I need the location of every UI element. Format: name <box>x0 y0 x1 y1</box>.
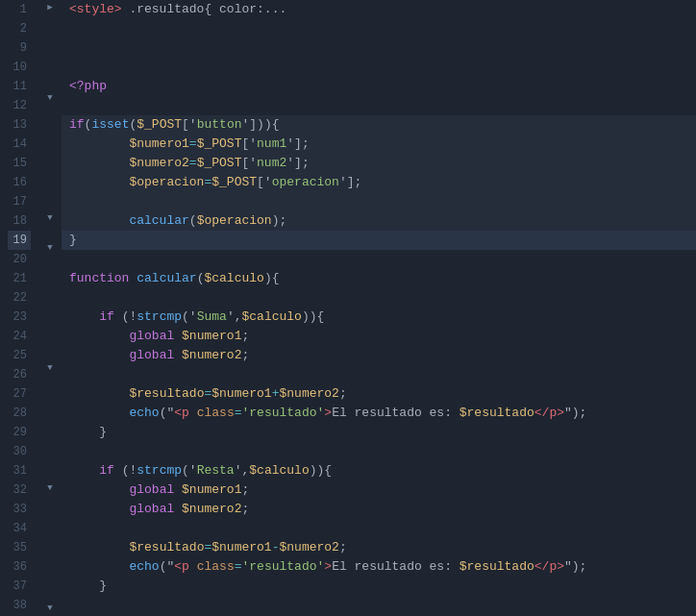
fold-arrow[interactable]: ▼ <box>38 481 62 497</box>
fold-arrow <box>38 586 62 602</box>
code-line[interactable]: <style> .resultado{ color:... <box>62 0 696 19</box>
line-number: 28 <box>8 404 31 423</box>
line-number: 38 <box>8 596 31 615</box>
fold-arrow <box>38 331 62 346</box>
line-number: 17 <box>8 192 31 211</box>
line-number: 11 <box>8 77 31 96</box>
line-number: 12 <box>8 96 31 115</box>
line-number: 20 <box>8 250 31 269</box>
code-line[interactable] <box>62 38 696 58</box>
line-number: 1 <box>8 0 31 19</box>
line-number: 27 <box>8 384 31 404</box>
fold-arrow <box>38 45 62 61</box>
fold-arrow <box>38 181 62 196</box>
code-line[interactable]: } <box>62 231 696 250</box>
line-number: 36 <box>8 557 31 577</box>
fold-arrow[interactable]: ▼ <box>38 90 62 106</box>
line-number: 34 <box>8 519 31 538</box>
code-line[interactable]: $resultado=$numero1-$numero2; <box>62 538 696 557</box>
fold-arrow <box>38 436 62 452</box>
fold-arrow <box>38 526 62 541</box>
fold-arrow <box>38 571 62 586</box>
line-number: 24 <box>8 327 31 346</box>
code-line[interactable]: } <box>62 577 696 596</box>
fold-arrow <box>38 346 62 361</box>
line-number: 30 <box>8 442 31 461</box>
fold-arrow <box>38 150 62 165</box>
fold-arrow <box>38 406 62 421</box>
fold-arrow <box>38 496 62 511</box>
fold-arrow <box>38 256 62 271</box>
line-number: 31 <box>8 461 31 480</box>
line-number: 19 <box>8 231 31 250</box>
fold-arrow[interactable]: ▶ <box>38 0 62 15</box>
code-line[interactable]: global $numero1; <box>62 327 696 346</box>
line-number: 16 <box>8 173 31 192</box>
code-line[interactable] <box>62 96 696 115</box>
code-line[interactable] <box>62 19 696 38</box>
code-line[interactable] <box>62 250 696 269</box>
code-line[interactable]: <?php <box>62 77 696 96</box>
line-number: 9 <box>8 38 31 58</box>
code-line[interactable]: global $numero2; <box>62 346 696 365</box>
line-number: 29 <box>8 423 31 442</box>
fold-arrow <box>38 30 62 45</box>
code-line[interactable]: echo("<p class='resultado'>El resultado … <box>62 404 696 423</box>
fold-arrow <box>38 301 62 316</box>
code-line[interactable]: global $numero2; <box>62 500 696 519</box>
fold-arrow <box>38 391 62 407</box>
code-line[interactable]: if(isset($_POST['button'])){ <box>62 115 696 135</box>
fold-arrow <box>38 541 62 556</box>
fold-arrow[interactable]: ▼ <box>38 360 62 376</box>
line-number: 23 <box>8 308 31 327</box>
line-number: 25 <box>8 346 31 365</box>
fold-arrow <box>38 61 62 76</box>
code-line[interactable] <box>62 596 696 615</box>
code-line[interactable] <box>62 519 696 538</box>
fold-arrow <box>38 136 62 151</box>
code-line[interactable] <box>62 192 696 211</box>
fold-arrow <box>38 556 62 572</box>
fold-arrow[interactable]: ▼ <box>38 240 62 256</box>
line-number: 22 <box>8 288 31 308</box>
line-number: 32 <box>8 480 31 500</box>
code-line[interactable] <box>62 288 696 308</box>
code-line[interactable]: $numero2=$_POST['num2']; <box>62 154 696 173</box>
code-line[interactable] <box>62 442 696 461</box>
line-number: 18 <box>8 211 31 231</box>
fold-arrow <box>38 105 62 120</box>
fold-arrow <box>38 226 62 241</box>
fold-arrow <box>38 451 62 466</box>
fold-arrow <box>38 421 62 436</box>
fold-arrow <box>38 75 62 90</box>
code-line[interactable]: function calcular($calculo){ <box>62 269 696 288</box>
code-line[interactable]: echo("<p class='resultado'>El resultado … <box>62 557 696 577</box>
line-number: 37 <box>8 577 31 596</box>
line-number: 21 <box>8 269 31 288</box>
code-line[interactable] <box>62 365 696 384</box>
line-number: 33 <box>8 500 31 519</box>
fold-arrow <box>38 466 62 481</box>
fold-arrow <box>38 195 62 210</box>
code-line[interactable]: global $numero1; <box>62 480 696 500</box>
code-line[interactable]: } <box>62 423 696 442</box>
fold-arrow[interactable]: ▼ <box>38 210 62 226</box>
fold-arrow <box>38 165 62 181</box>
line-number: 15 <box>8 154 31 173</box>
code-line[interactable]: $numero1=$_POST['num1']; <box>62 135 696 154</box>
code-line[interactable]: $operacion=$_POST['operacion']; <box>62 173 696 192</box>
fold-arrow <box>38 376 62 391</box>
code-line[interactable] <box>62 58 696 77</box>
line-number: 26 <box>8 365 31 384</box>
line-number: 35 <box>8 538 31 557</box>
code-line[interactable]: if (!strcmp('Suma',$calculo)){ <box>62 308 696 327</box>
fold-arrow <box>38 271 62 286</box>
code-line[interactable]: if (!strcmp('Resta',$calculo)){ <box>62 461 696 480</box>
code-line[interactable]: calcular($operacion); <box>62 211 696 231</box>
line-number: 13 <box>8 115 31 135</box>
line-number: 10 <box>8 58 31 77</box>
fold-arrow <box>38 15 62 31</box>
line-number: 14 <box>8 135 31 154</box>
code-line[interactable]: $resultado=$numero1+$numero2; <box>62 384 696 404</box>
fold-arrow[interactable]: ▼ <box>38 602 62 616</box>
